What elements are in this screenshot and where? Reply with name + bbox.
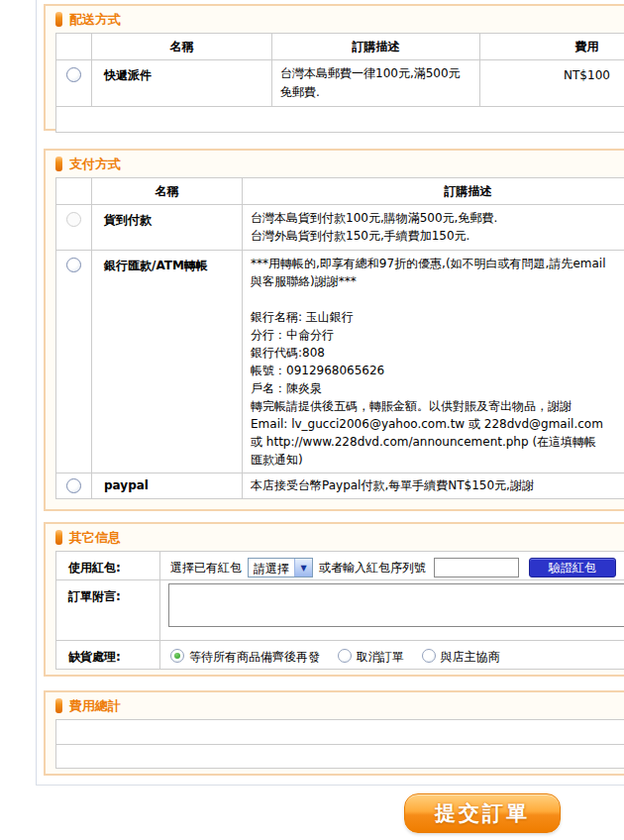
payment-row-cod: 貨到付款 台灣本島貨到付款100元,購物滿500元,免郵費. 台灣外島貨到付款1… [56,205,624,251]
total-section-title: 費用總計 [55,698,624,714]
total-box [55,719,624,769]
payment-bank-desc: ***用轉帳的,即享有總和97折的優惠,(如不明白或有問題,請先email 與客… [243,251,624,473]
desc-line: 銀行名稱: 玉山銀行 [251,308,624,326]
payment-paypal-desc: 本店接受台幣Paypal付款,每單手續費NT$150元,謝謝 [243,473,624,499]
shipping-method-name: 快遞派件 [92,60,272,107]
content-bottom-border [36,785,624,786]
postscript-row: 訂單附言: [56,580,624,641]
desc-line: ***用轉帳的,即享有總和97折的優惠,(如不明白或有問題,請先email [251,255,624,272]
stockout-negotiate-label: 與店主協商 [441,650,500,664]
redpacket-serial-input[interactable] [434,558,519,578]
content-left-border [36,0,37,786]
order-postscript-textarea[interactable] [168,583,624,627]
section-bullet-icon [55,698,62,713]
stockout-cancel-radio[interactable] [338,649,352,663]
stockout-wait-label: 等待所有商品備齊後再發 [189,650,320,664]
payment-cod-name: 貨到付款 [92,205,243,251]
shipping-method-desc: 台灣本島郵費一律100元,滿500元免郵費. [272,60,480,107]
desc-line: 帳號：0912968065626 [251,362,624,379]
shipping-col-radio [56,34,92,60]
payment-header-row: 名稱 訂購描述 [56,178,624,205]
shipping-empty-row [56,107,624,133]
desc-line: 匯款通知) [251,451,624,469]
total-section: 費用總計 [44,690,624,776]
stockout-cancel-label: 取消訂單 [357,650,404,664]
shipping-table: 名稱 訂購描述 費用 快遞派件 台灣本島郵費一律100元,滿500元免郵費. N… [55,33,624,133]
shipping-col-desc: 訂購描述 [272,34,480,60]
total-title-text: 費用總計 [69,698,121,713]
payment-bank-name: 銀行匯款/ATM轉帳 [92,251,243,473]
desc-line: 本店接受台幣Paypal付款,每單手續費NT$150元,謝謝 [251,476,624,494]
shipping-section-title: 配送方式 [55,12,624,28]
stockout-negotiate-radio[interactable] [422,649,436,663]
submit-order-button[interactable]: 提交訂單 [404,793,561,833]
shipping-method-fee: NT$100 [480,60,624,107]
redpacket-label: 使用紅包: [56,552,160,580]
desc-line: 與客服聯絡)謝謝*** [251,272,624,290]
payment-row-paypal: paypal 本店接受台幣Paypal付款,每單手續費NT$150元,謝謝 [56,473,624,499]
shipping-col-fee: 費用 [480,34,624,60]
payment-col-desc: 訂購描述 [243,178,624,205]
other-info-title-text: 其它信息 [69,530,121,545]
section-bullet-icon [55,157,62,171]
other-info-table: 使用紅包: 選擇已有紅包 請選擇 ▼ 或者輸入紅包序列號 驗證紅包 訂單附言: … [55,551,624,670]
total-box-row [56,720,624,745]
chevron-down-icon[interactable]: ▼ [294,559,312,577]
desc-line: 台灣本島貨到付款100元,購物滿500元,免郵費. [251,209,624,227]
section-bullet-icon [55,12,62,27]
desc-line: 分行：中侖分行 [251,326,624,344]
payment-paypal-radio[interactable] [66,478,81,493]
payment-bank-radio[interactable] [66,258,81,272]
payment-cod-desc: 台灣本島貨到付款100元,購物滿500元,免郵費. 台灣外島貨到付款150元,手… [243,205,624,251]
payment-table: 名稱 訂購描述 貨到付款 台灣本島貨到付款100元,購物滿500元,免郵費. 台… [55,177,624,499]
desc-line: Email: lv_gucci2006@yahoo.com.tw 或 228dv… [251,415,624,433]
payment-row-bank: 銀行匯款/ATM轉帳 ***用轉帳的,即享有總和97折的優惠,(如不明白或有問題… [56,251,624,473]
payment-section-title: 支付方式 [55,157,624,172]
payment-col-name: 名稱 [92,178,243,205]
payment-section: 支付方式 名稱 訂購描述 貨到付款 台灣本島貨到付款100元,購物滿500元,免… [44,149,624,511]
shipping-section: 配送方式 名稱 訂購描述 費用 快遞派件 台灣本島郵費一律100元,滿500元免… [44,4,624,131]
verify-redpacket-button[interactable]: 驗證紅包 [529,558,616,578]
desc-line: 轉完帳請提供後五碼，轉賬金額。以供對賬及寄出物品，謝謝 [251,397,624,415]
stockout-row: 缺貨處理: 等待所有商品備齊後再發 取消訂單 與店主協商 [56,641,624,670]
payment-cod-radio[interactable] [66,212,81,227]
other-info-section: 其它信息 使用紅包: 選擇已有紅包 請選擇 ▼ 或者輸入紅包序列號 驗證紅包 訂… [44,522,624,677]
shipping-title-text: 配送方式 [69,12,121,27]
section-bullet-icon [55,530,62,545]
redpacket-input-label: 或者輸入紅包序列號 [319,560,426,577]
redpacket-select[interactable]: 請選擇 ▼ [248,558,313,578]
postscript-label: 訂單附言: [56,580,160,641]
stockout-label: 缺貨處理: [56,641,160,670]
redpacket-select-value: 請選擇 [249,559,294,577]
stockout-option-negotiate[interactable]: 與店主協商 [422,650,500,664]
redpacket-select-label: 選擇已有紅包 [170,560,242,577]
desc-line: 台灣外島貨到付款150元,手續費加150元. [251,227,624,245]
desc-line: 戶名：陳炎泉 [251,379,624,397]
stockout-option-cancel[interactable]: 取消訂單 [338,650,404,664]
shipping-header-row: 名稱 訂購描述 費用 [56,34,624,60]
shipping-row-express: 快遞派件 台灣本島郵費一律100元,滿500元免郵費. NT$100 [56,60,624,107]
desc-line: 銀行代碼:808 [251,344,624,362]
payment-col-radio [56,178,92,205]
desc-line [251,290,624,308]
payment-title-text: 支付方式 [69,157,121,171]
desc-line: 或 http://www.228dvd.com/announcement.php… [251,433,624,451]
redpacket-row: 使用紅包: 選擇已有紅包 請選擇 ▼ 或者輸入紅包序列號 驗證紅包 [56,552,624,580]
shipping-col-name: 名稱 [92,34,272,60]
other-info-section-title: 其它信息 [55,530,624,546]
payment-paypal-name: paypal [92,473,243,499]
shipping-express-radio[interactable] [66,67,81,82]
stockout-wait-radio[interactable] [170,649,184,663]
stockout-option-wait[interactable]: 等待所有商品備齊後再發 [170,650,320,664]
